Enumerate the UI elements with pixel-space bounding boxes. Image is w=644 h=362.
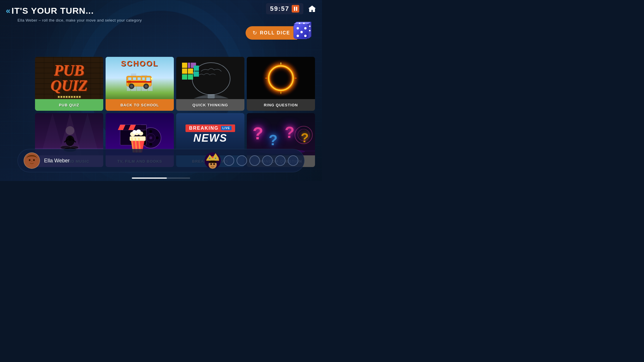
ring-question-label: RING QUESTION <box>247 99 315 111</box>
header: « IT'S YOUR TURN... Ella Weber – roll th… <box>6 6 258 22</box>
quick-thinking-label: QUICK THINKING <box>176 99 244 111</box>
player-right <box>204 152 298 169</box>
quiz-text: QUIZ <box>50 78 88 93</box>
svg-point-3 <box>297 27 299 29</box>
svg-point-52 <box>66 126 74 135</box>
svg-point-10 <box>309 26 311 27</box>
pub-quiz-image: PUB QUIZ <box>35 57 103 99</box>
news-big-text: NEWS <box>193 132 227 144</box>
svg-point-93 <box>214 163 215 165</box>
svg-rect-31 <box>188 63 190 68</box>
svg-point-6 <box>304 35 307 37</box>
timer-box: 59:57 <box>266 3 303 14</box>
progress-bar <box>132 178 190 179</box>
score-tokens <box>224 155 298 166</box>
svg-rect-32 <box>182 74 187 80</box>
turn-title: IT'S YOUR TURN... <box>12 6 94 16</box>
roll-dice-label: ROLL DICE <box>260 30 290 36</box>
svg-point-57 <box>149 143 152 146</box>
svg-rect-27 <box>182 63 187 68</box>
breaking-badge: BREAKING LIVE <box>186 124 235 132</box>
roll-dice-button[interactable]: ↻ ROLL DICE <box>246 26 297 40</box>
svg-rect-28 <box>182 68 187 74</box>
bulb-dots <box>35 96 103 98</box>
svg-rect-35 <box>194 66 199 71</box>
svg-point-90 <box>215 158 216 159</box>
svg-point-85 <box>29 159 31 161</box>
svg-point-59 <box>156 136 159 139</box>
svg-text:?: ? <box>253 124 263 143</box>
refresh-icon: ↻ <box>253 30 257 36</box>
pub-text: PUB <box>50 63 88 78</box>
live-badge: LIVE <box>221 126 232 130</box>
turn-row: « IT'S YOUR TURN... <box>6 6 258 16</box>
token-2 <box>237 155 247 166</box>
svg-rect-24 <box>151 78 153 80</box>
svg-rect-14 <box>128 77 132 80</box>
player-avatar <box>24 152 40 169</box>
token-1 <box>224 155 234 166</box>
svg-rect-16 <box>137 77 141 80</box>
svg-rect-13 <box>146 77 150 81</box>
progress-fill <box>132 178 167 179</box>
svg-point-7 <box>300 31 303 33</box>
back-to-school-label: BACK TO SCHOOL <box>106 99 174 111</box>
svg-text:?: ? <box>269 132 278 148</box>
svg-point-56 <box>149 130 152 133</box>
token-3 <box>249 155 260 166</box>
svg-rect-17 <box>142 77 145 80</box>
player-name: Ella Weber <box>44 158 70 164</box>
svg-text:?: ? <box>285 123 295 141</box>
svg-rect-15 <box>133 77 136 80</box>
svg-point-72 <box>136 129 141 133</box>
svg-rect-33 <box>188 74 193 80</box>
svg-rect-46 <box>69 136 71 141</box>
svg-rect-29 <box>188 68 193 74</box>
category-back-to-school[interactable]: SCHOOL <box>106 57 174 111</box>
player-bar: Ella Weber <box>18 149 304 172</box>
svg-point-89 <box>209 158 210 159</box>
back-to-school-image: SCHOOL <box>106 57 174 99</box>
svg-point-55 <box>149 136 152 139</box>
token-5 <box>275 155 286 166</box>
chevron-left-icon: « <box>6 6 9 15</box>
ring-question-image <box>247 57 315 99</box>
breaking-text: BREAKING <box>189 126 218 131</box>
category-ring-question[interactable]: RING QUESTION <box>247 57 315 111</box>
home-button[interactable] <box>306 2 318 15</box>
token-4 <box>262 155 273 166</box>
svg-point-88 <box>212 156 214 158</box>
svg-point-9 <box>303 23 305 24</box>
category-pub-quiz[interactable]: PUB QUIZ PUB QUIZ <box>35 57 103 111</box>
svg-point-92 <box>211 163 212 165</box>
svg-point-8 <box>299 23 300 24</box>
svg-rect-19 <box>127 81 151 82</box>
dice-icon <box>291 22 312 42</box>
top-bar: 59:57 <box>262 0 322 17</box>
subtitle: Ella Weber – roll the dice, make your mo… <box>18 18 258 22</box>
pause-button[interactable] <box>292 5 299 13</box>
svg-point-86 <box>33 159 35 161</box>
roll-dice-container: ↻ ROLL DICE <box>246 26 297 40</box>
svg-point-4 <box>304 27 307 29</box>
svg-rect-34 <box>194 71 199 77</box>
crown-avatar <box>204 152 221 169</box>
svg-point-21 <box>130 85 133 88</box>
timer-display: 59:57 <box>270 5 289 13</box>
pause-icon <box>294 7 297 11</box>
pub-quiz-label: PUB QUIZ <box>35 99 103 111</box>
svg-point-23 <box>145 85 148 88</box>
category-quick-thinking[interactable]: QUICK THINKING <box>176 57 244 111</box>
svg-point-11 <box>309 30 311 31</box>
svg-point-71 <box>132 130 136 134</box>
quick-thinking-image <box>176 57 244 99</box>
token-6 <box>288 155 298 166</box>
svg-point-5 <box>297 35 299 37</box>
